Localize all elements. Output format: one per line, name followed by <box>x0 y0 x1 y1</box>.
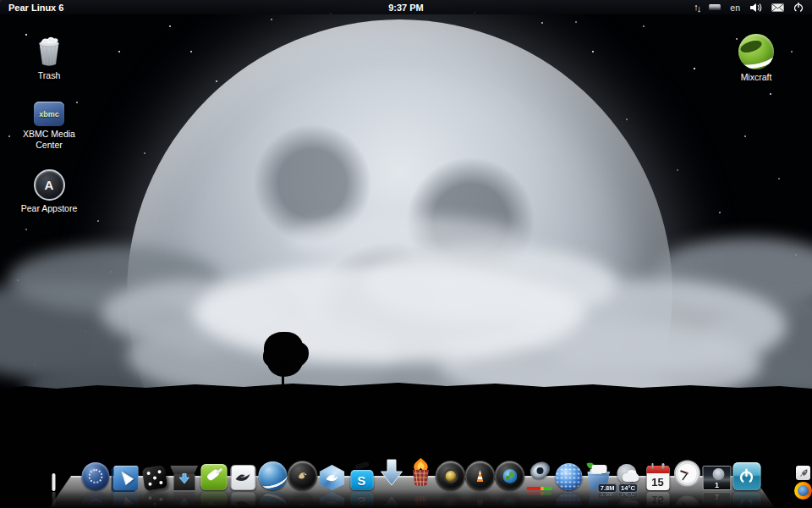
dock-audio-mixer[interactable] <box>525 459 554 490</box>
dock-workspace-switcher[interactable]: 1 <box>703 459 732 490</box>
flaming-basket-icon <box>409 458 434 490</box>
dock-download-manager[interactable] <box>377 459 406 490</box>
menubar: Pear Linux 6 9:37 PM ↑↓ en <box>0 0 812 14</box>
tree-silhouette <box>259 332 310 388</box>
eagle-orb-icon <box>288 461 317 490</box>
dock-skype[interactable]: S <box>348 459 376 490</box>
menubar-clock[interactable]: 9:37 PM <box>0 3 812 13</box>
dock-ubuntu-software[interactable] <box>81 459 110 490</box>
desktop-icon-mixcraft[interactable]: Mixcraft <box>720 34 793 83</box>
dock-web-browser[interactable] <box>259 459 288 490</box>
speaker-icon <box>526 461 553 490</box>
analog-clock-icon <box>674 460 701 490</box>
network-traffic-icon[interactable]: ↑↓ <box>694 0 700 14</box>
crystal-cube-bird-icon <box>320 465 345 490</box>
keyboard-icon[interactable] <box>709 0 721 14</box>
appstore-letter: A <box>45 178 54 192</box>
workspace-number: 1 <box>704 481 731 489</box>
power-button-icon <box>732 462 760 490</box>
weather-temp-badge: 14°C <box>618 483 638 493</box>
dock-eagle-app[interactable] <box>288 459 317 490</box>
xbmc-logo-text: xbmc <box>39 110 59 119</box>
trash-label: Trash <box>13 70 85 81</box>
dock-mail-crystal[interactable] <box>318 459 347 490</box>
blue-fractal-ball-icon <box>556 463 583 490</box>
download-arrow-icon <box>380 459 403 490</box>
corner-launchers <box>794 466 812 500</box>
dock-recycle-bin[interactable]: 7.8M <box>584 459 613 490</box>
power-icon[interactable] <box>793 0 804 14</box>
dock-openoffice[interactable] <box>229 459 258 490</box>
xbmc-label: XBMC Media Center <box>13 129 85 150</box>
desktop: Pear Linux 6 9:37 PM ↑↓ en <box>0 0 812 508</box>
firefox-icon[interactable] <box>794 482 812 500</box>
imac-display-icon <box>52 475 80 490</box>
app-launcher-rocket-icon[interactable] <box>796 466 810 480</box>
dock-camera-lens-app[interactable] <box>436 459 465 490</box>
desktop-icon-xbmc[interactable]: xbmc XBMC Media Center <box>13 102 85 150</box>
dock-clock[interactable] <box>673 459 702 490</box>
trash-icon <box>13 36 85 68</box>
desktop-icon-trash[interactable]: Trash <box>13 36 85 81</box>
dock-system-cleaner[interactable] <box>200 459 228 490</box>
keyboard-layout-indicator[interactable]: en <box>730 0 740 14</box>
appstore-icon: A <box>34 169 65 201</box>
dock: S <box>52 459 761 490</box>
dock-disc-burner[interactable] <box>407 459 436 490</box>
workspace-thumbnail-icon: 1 <box>703 466 732 490</box>
vlc-cone-orb-icon <box>466 461 495 490</box>
xbmc-icon: xbmc <box>34 102 64 126</box>
blue-orb-swoosh-icon <box>259 461 288 490</box>
dock-weather[interactable]: 14°C <box>614 459 643 490</box>
dock-dice-game[interactable] <box>140 459 169 490</box>
openoffice-gulls-icon <box>231 465 256 490</box>
appstore-label: Pear Appstore <box>13 203 85 214</box>
skype-icon: S <box>348 462 375 490</box>
mixcraft-icon <box>738 34 774 69</box>
dock-power[interactable] <box>732 459 761 490</box>
cleaner-brush-icon <box>200 464 227 490</box>
skype-handset <box>354 461 370 470</box>
dock-vlc[interactable] <box>466 459 495 490</box>
volume-icon[interactable] <box>749 0 762 14</box>
dock-calendar[interactable]: 15 <box>644 459 672 490</box>
calendar-icon: 15 <box>646 466 669 490</box>
dock-system-monitor[interactable] <box>52 459 80 490</box>
dice-icon <box>141 465 167 490</box>
globe-orb-icon <box>496 461 524 490</box>
ubuntu-sphere-icon <box>81 462 109 490</box>
mail-icon[interactable] <box>771 0 784 14</box>
dock-globe-app[interactable] <box>496 459 524 490</box>
skype-letter: S <box>357 473 365 488</box>
desktop-icon-pear-appstore[interactable]: A Pear Appstore <box>13 169 85 214</box>
package-box-icon <box>171 466 197 490</box>
dock-file-manager[interactable] <box>111 459 140 490</box>
audio-level-bar <box>527 487 552 490</box>
lens-orb-icon <box>436 461 465 490</box>
calendar-day: 15 <box>651 475 663 490</box>
dock-fractal-ball-app[interactable] <box>555 459 584 490</box>
menubar-app-name[interactable]: Pear Linux 6 <box>0 3 63 13</box>
mixcraft-label: Mixcraft <box>720 72 793 83</box>
cube-cursor-icon <box>114 466 139 490</box>
dock-package-installer[interactable] <box>170 459 199 490</box>
